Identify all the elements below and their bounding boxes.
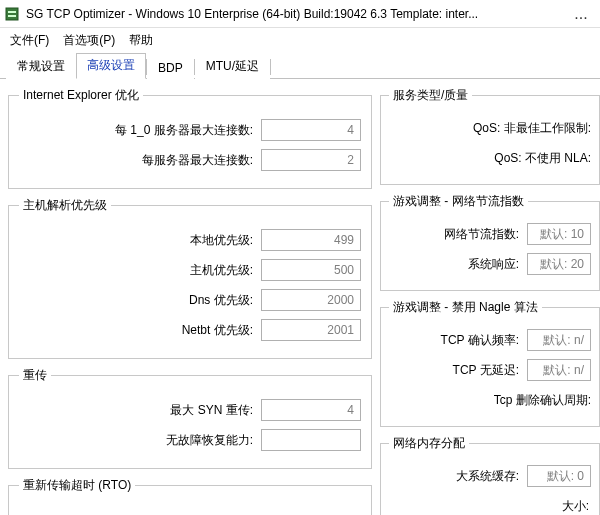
titlebar: SG TCP Optimizer - Windows 10 Enterprise… bbox=[0, 0, 600, 28]
group-mem-legend: 网络内存分配 bbox=[389, 435, 469, 452]
group-rto-legend: 重新传输超时 (RTO) bbox=[19, 477, 135, 494]
tcp-nodelay-input[interactable] bbox=[527, 359, 591, 381]
group-net-memory: 网络内存分配 大系统缓存: 大小: bbox=[380, 435, 600, 515]
system-resp-label: 系统响应: bbox=[468, 256, 519, 273]
nonsack-input[interactable] bbox=[261, 429, 361, 451]
left-column: Internet Explorer 优化 每 1_0 服务器最大连接数: 每服务… bbox=[8, 87, 372, 512]
dns-priority-label: Dns 优先级: bbox=[189, 292, 253, 309]
mem-size-label: 大小: bbox=[389, 494, 591, 515]
svg-rect-0 bbox=[6, 8, 18, 20]
max-syn-label: 最大 SYN 重传: bbox=[170, 402, 253, 419]
group-qos-legend: 服务类型/质量 bbox=[389, 87, 472, 104]
tab-general[interactable]: 常规设置 bbox=[6, 54, 76, 79]
tab-separator bbox=[270, 59, 271, 75]
system-resp-input[interactable] bbox=[527, 253, 591, 275]
ie-per10-label: 每 1_0 服务器最大连接数: bbox=[115, 122, 253, 139]
netbt-priority-label: Netbt 优先级: bbox=[182, 322, 253, 339]
tab-advanced[interactable]: 高级设置 bbox=[76, 53, 146, 79]
group-qos: 服务类型/质量 QoS: 非最佳工作限制: QoS: 不使用 NLA: bbox=[380, 87, 600, 185]
group-throttle: 游戏调整 - 网络节流指数 网络节流指数: 系统响应: bbox=[380, 193, 600, 291]
tab-mtu[interactable]: MTU/延迟 bbox=[195, 54, 270, 79]
throttle-index-label: 网络节流指数: bbox=[444, 226, 519, 243]
right-column: 服务类型/质量 QoS: 非最佳工作限制: QoS: 不使用 NLA: 游戏调整… bbox=[380, 87, 600, 512]
tab-bdp[interactable]: BDP bbox=[147, 57, 194, 79]
ack-freq-input[interactable] bbox=[527, 329, 591, 351]
window-title: SG TCP Optimizer - Windows 10 Enterprise… bbox=[26, 7, 566, 21]
local-priority-label: 本地优先级: bbox=[190, 232, 253, 249]
window-menu-ellipsis[interactable]: ... bbox=[566, 2, 596, 26]
tcp-nodelay-label: TCP 无延迟: bbox=[453, 362, 519, 379]
nonsack-label: 无故障恢复能力: bbox=[166, 432, 253, 449]
qos-nla-label: QoS: 不使用 NLA: bbox=[494, 150, 591, 167]
menubar: 文件(F) 首选项(P) 帮助 bbox=[0, 28, 600, 55]
large-syscache-input[interactable] bbox=[527, 465, 591, 487]
del-ack-label: Tcp 删除确认周期: bbox=[494, 392, 591, 409]
menu-file[interactable]: 文件(F) bbox=[6, 30, 53, 51]
large-syscache-label: 大系统缓存: bbox=[456, 468, 519, 485]
host-priority-input[interactable] bbox=[261, 259, 361, 281]
ie-per-label: 每服务器最大连接数: bbox=[142, 152, 253, 169]
ack-freq-label: TCP 确认频率: bbox=[441, 332, 519, 349]
group-retrans-legend: 重传 bbox=[19, 367, 51, 384]
local-priority-input[interactable] bbox=[261, 229, 361, 251]
group-ie-legend: Internet Explorer 优化 bbox=[19, 87, 143, 104]
ie-per10-input[interactable] bbox=[261, 119, 361, 141]
dns-priority-input[interactable] bbox=[261, 289, 361, 311]
svg-rect-1 bbox=[8, 11, 16, 13]
group-rto: 重新传输超时 (RTO) bbox=[8, 477, 372, 515]
app-icon bbox=[4, 6, 20, 22]
tabbar: 常规设置 高级设置 BDP MTU/延迟 bbox=[0, 55, 600, 79]
throttle-index-input[interactable] bbox=[527, 223, 591, 245]
advanced-settings-panel: Internet Explorer 优化 每 1_0 服务器最大连接数: 每服务… bbox=[0, 79, 600, 515]
group-retransmission: 重传 最大 SYN 重传: 无故障恢复能力: bbox=[8, 367, 372, 469]
svg-rect-2 bbox=[8, 15, 16, 17]
host-priority-label: 主机优先级: bbox=[190, 262, 253, 279]
group-ie-optimize: Internet Explorer 优化 每 1_0 服务器最大连接数: 每服务… bbox=[8, 87, 372, 189]
group-nagle-legend: 游戏调整 - 禁用 Nagle 算法 bbox=[389, 299, 542, 316]
menu-help[interactable]: 帮助 bbox=[125, 30, 157, 51]
group-host-resolution: 主机解析优先级 本地优先级: 主机优先级: Dns 优先级: Netbt 优先级… bbox=[8, 197, 372, 359]
netbt-priority-input[interactable] bbox=[261, 319, 361, 341]
group-hostres-legend: 主机解析优先级 bbox=[19, 197, 111, 214]
max-syn-input[interactable] bbox=[261, 399, 361, 421]
menu-options[interactable]: 首选项(P) bbox=[59, 30, 119, 51]
ie-per-input[interactable] bbox=[261, 149, 361, 171]
qos-nonbest-label: QoS: 非最佳工作限制: bbox=[473, 120, 591, 137]
group-throttle-legend: 游戏调整 - 网络节流指数 bbox=[389, 193, 528, 210]
group-nagle: 游戏调整 - 禁用 Nagle 算法 TCP 确认频率: TCP 无延迟: Tc… bbox=[380, 299, 600, 427]
